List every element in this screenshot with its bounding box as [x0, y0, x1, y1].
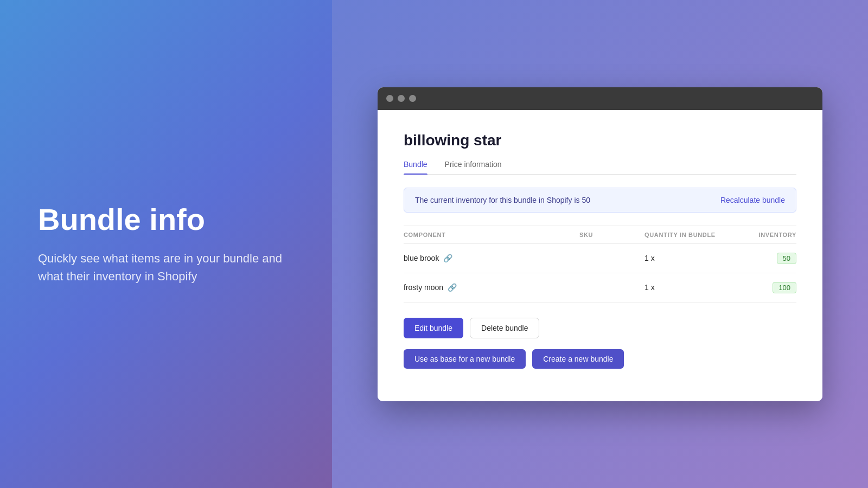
tab-price-information[interactable]: Price information: [445, 160, 502, 174]
banner-text: The current inventory for this bundle in…: [415, 196, 590, 204]
traffic-light-minimize: [398, 95, 405, 102]
browser-content: billowing star Bundle Price information …: [378, 110, 822, 401]
col-header-component: COMPONENT: [404, 226, 579, 243]
use-as-base-button[interactable]: Use as base for a new bundle: [404, 349, 526, 369]
edit-bundle-button[interactable]: Edit bundle: [404, 318, 463, 338]
traffic-light-fullscreen: [409, 95, 416, 102]
inventory-cell-2: 100: [731, 273, 796, 302]
sku-cell-1: [579, 243, 644, 273]
create-new-bundle-button[interactable]: Create a new bundle: [532, 349, 624, 369]
sku-cell-2: [579, 273, 644, 302]
link-icon-1[interactable]: 🔗: [443, 254, 452, 262]
right-panel: billowing star Bundle Price information …: [332, 0, 868, 488]
main-subtext: Quickly see what items are in your bundl…: [38, 249, 294, 285]
traffic-light-close: [386, 95, 393, 102]
action-row-2: Use as base for a new bundle Create a ne…: [404, 349, 796, 369]
action-row-1: Edit bundle Delete bundle: [404, 318, 796, 338]
component-cell-2: frosty moon 🔗: [404, 273, 579, 302]
info-banner: The current inventory for this bundle in…: [404, 188, 796, 213]
quantity-cell-1: 1 x: [644, 243, 731, 273]
table-row: frosty moon 🔗 1 x 100: [404, 273, 796, 302]
table-header-row: COMPONENT SKU QUANTITY IN BUNDLE INVENTO…: [404, 226, 796, 243]
inventory-cell-1: 50: [731, 243, 796, 273]
inventory-badge-2: 100: [773, 282, 796, 293]
tab-bundle[interactable]: Bundle: [404, 160, 427, 174]
bundle-table: COMPONENT SKU QUANTITY IN BUNDLE INVENTO…: [404, 226, 796, 303]
browser-window: billowing star Bundle Price information …: [378, 87, 822, 401]
main-headline: Bundle info: [38, 203, 294, 236]
component-cell-1: blue brook 🔗: [404, 243, 579, 273]
component-name-1: blue brook: [404, 254, 439, 262]
tabs-container: Bundle Price information: [404, 160, 796, 175]
col-header-sku: SKU: [579, 226, 644, 243]
table-row: blue brook 🔗 1 x 50: [404, 243, 796, 273]
link-icon-2[interactable]: 🔗: [448, 283, 457, 292]
recalculate-button[interactable]: Recalculate bundle: [720, 196, 785, 204]
quantity-cell-2: 1 x: [644, 273, 731, 302]
col-header-quantity: QUANTITY IN BUNDLE: [644, 226, 731, 243]
inventory-badge-1: 50: [777, 253, 796, 264]
col-header-inventory: INVENTORY: [731, 226, 796, 243]
left-panel: Bundle info Quickly see what items are i…: [0, 0, 332, 488]
component-name-2: frosty moon: [404, 283, 443, 292]
delete-bundle-button[interactable]: Delete bundle: [470, 318, 539, 338]
browser-titlebar: [378, 87, 822, 110]
bundle-title: billowing star: [404, 132, 796, 149]
